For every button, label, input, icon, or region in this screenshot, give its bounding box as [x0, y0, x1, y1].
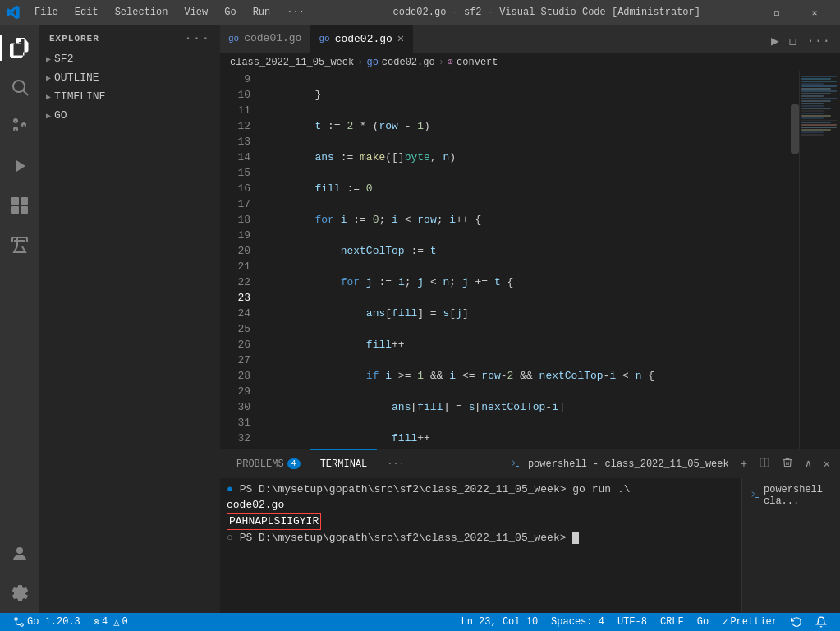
- line-num-23: 23: [220, 290, 250, 306]
- status-sync[interactable]: [784, 613, 809, 631]
- explorer-icon[interactable]: [0, 28, 39, 67]
- menu-file[interactable]: File: [26, 5, 67, 20]
- sidebar-sf2-label: SF2: [54, 53, 73, 65]
- settings-icon[interactable]: [0, 573, 39, 613]
- status-prettier[interactable]: ✓ Prettier: [715, 613, 784, 631]
- menu-go[interactable]: Go: [216, 5, 244, 20]
- sidebar-item-outline[interactable]: ▶ OUTLINE: [39, 68, 220, 87]
- status-git-branch[interactable]: Go 1.20.3: [7, 613, 87, 631]
- breadcrumb-file[interactable]: code02.go: [382, 57, 435, 68]
- line-num-24: 24: [220, 306, 250, 321]
- line-num-15: 15: [220, 165, 250, 181]
- panel-more-label: ···: [387, 458, 405, 470]
- close-button[interactable]: ✕: [796, 0, 833, 25]
- titlebar: File Edit Selection View Go Run ··· code…: [0, 0, 840, 25]
- tab-terminal[interactable]: TERMINAL: [310, 449, 378, 478]
- tab-close-button[interactable]: ✕: [397, 33, 404, 44]
- tab-panel-more[interactable]: ···: [377, 449, 415, 478]
- menu-more[interactable]: ···: [278, 5, 313, 20]
- search-icon[interactable]: [0, 67, 39, 107]
- kill-terminal-button[interactable]: [778, 454, 796, 475]
- line-num-9: 9: [220, 71, 250, 87]
- status-notifications[interactable]: [809, 613, 833, 631]
- code-content[interactable]: } t := 2 * (row - 1) ans := make([]byte,…: [257, 71, 791, 449]
- source-control-icon[interactable]: [0, 107, 39, 146]
- line-ending-label: CRLF: [660, 616, 684, 628]
- sidebar-item-sf2[interactable]: ▶ SF2: [39, 49, 220, 68]
- line-num-22: 22: [220, 274, 250, 290]
- breadcrumb: class_2022_11_05_week › go code02.go › ⊕…: [220, 53, 840, 71]
- breadcrumb-folder[interactable]: class_2022_11_05_week: [230, 57, 354, 68]
- line-num-20: 20: [220, 243, 250, 259]
- breadcrumb-file-icon: go: [366, 57, 378, 68]
- status-encoding[interactable]: UTF-8: [611, 613, 654, 631]
- line-num-31: 31: [220, 415, 250, 431]
- code-line-11: ans := make([]byte, n): [264, 150, 791, 165]
- terminal-main[interactable]: ● PS D:\mysetup\gopath\src\sf2\class_202…: [220, 478, 741, 613]
- split-editor-button[interactable]: ◻: [786, 30, 801, 53]
- menu-edit[interactable]: Edit: [67, 5, 107, 20]
- line-num-27: 27: [220, 352, 250, 368]
- menu-run[interactable]: Run: [245, 5, 279, 20]
- chevron-right-icon-3: ▶: [46, 92, 51, 102]
- line-num-17: 17: [220, 196, 250, 212]
- status-spaces[interactable]: Spaces: 4: [544, 613, 611, 631]
- status-language[interactable]: Go: [691, 613, 715, 631]
- code-editor: 9 10 11 12 13 14 15 16 17 18 19 20 21 22…: [220, 71, 840, 449]
- testing-icon[interactable]: [0, 225, 39, 265]
- line-num-26: 26: [220, 337, 250, 352]
- accounts-icon[interactable]: [0, 534, 39, 573]
- tab-more-button[interactable]: ···: [803, 30, 833, 52]
- run-file-button[interactable]: ▶: [768, 30, 783, 53]
- terminal-side-panel: powershell cla...: [741, 478, 840, 613]
- tab-actions: ▶ ◻ ···: [768, 30, 840, 53]
- line-num-32: 32: [220, 431, 250, 446]
- tab-code01[interactable]: go code01.go: [220, 25, 310, 53]
- maximize-panel-button[interactable]: ∧: [801, 454, 815, 474]
- panel-actions: powershell - class_2022_11_05_week + ∧ ✕: [507, 454, 833, 475]
- status-bar: Go 1.20.3 ⊗ 4 △ 0 Ln 23, Col 10 Spaces: …: [0, 613, 840, 631]
- tab-problems[interactable]: PROBLEMS 4: [227, 449, 310, 478]
- chevron-right-icon-4: ▶: [46, 111, 51, 121]
- line-num-11: 11: [220, 103, 250, 118]
- line-num-30: 30: [220, 399, 250, 415]
- extensions-icon[interactable]: [0, 186, 39, 225]
- window-title: code02.go - sf2 - Visual Studio Code [Ad…: [374, 7, 721, 18]
- split-terminal-button[interactable]: [755, 454, 773, 475]
- svg-rect-4: [11, 206, 19, 214]
- run-debug-icon[interactable]: [0, 146, 39, 186]
- menu-selection[interactable]: Selection: [107, 5, 177, 20]
- status-cursor-position[interactable]: Ln 23, Col 10: [454, 613, 544, 631]
- line-num-13: 13: [220, 134, 250, 150]
- terminal-instance-label: powershell - class_2022_11_05_week: [528, 458, 729, 470]
- sidebar-item-go[interactable]: ▶ GO: [39, 106, 220, 125]
- sidebar-item-timeline[interactable]: ▶ TIMELINE: [39, 87, 220, 106]
- terminal-line-2: ○ PS D:\mysetup\gopath\src\sf2\class_202…: [227, 530, 735, 546]
- maximize-button[interactable]: ◻: [758, 0, 796, 25]
- activity-bar: [0, 25, 39, 613]
- spaces-label: Spaces: 4: [551, 616, 604, 628]
- minimize-button[interactable]: ─: [720, 0, 758, 25]
- sidebar-more-button[interactable]: ···: [184, 31, 210, 46]
- editor-scrollbar[interactable]: [791, 71, 799, 449]
- scrollbar-thumb[interactable]: [791, 104, 799, 154]
- chevron-right-icon-2: ▶: [46, 73, 51, 83]
- sidebar-outline-label: OUTLINE: [54, 71, 99, 84]
- terminal-dot: ●: [227, 483, 233, 495]
- code-line-14: nextColTop := t: [264, 243, 791, 259]
- status-line-ending[interactable]: CRLF: [654, 613, 691, 631]
- status-errors[interactable]: ⊗ 4 △ 0: [87, 613, 135, 631]
- terminal-side-item-powershell[interactable]: powershell cla...: [746, 481, 837, 509]
- svg-point-12: [21, 624, 24, 627]
- svg-point-11: [15, 618, 18, 621]
- go-file-icon: go: [228, 34, 239, 44]
- close-panel-button[interactable]: ✕: [820, 454, 833, 474]
- code-line-13: for i := 0; i < row; i++ {: [264, 212, 791, 228]
- tab-bar: go code01.go go code02.go ✕ ▶ ◻ ···: [220, 25, 840, 53]
- breadcrumb-function[interactable]: convert: [457, 57, 498, 68]
- prettier-label: Prettier: [730, 616, 778, 628]
- menu-view[interactable]: View: [176, 5, 216, 20]
- tab-code02[interactable]: go code02.go ✕: [310, 25, 413, 53]
- line-num-18: 18: [220, 212, 250, 228]
- new-terminal-button[interactable]: +: [737, 454, 750, 474]
